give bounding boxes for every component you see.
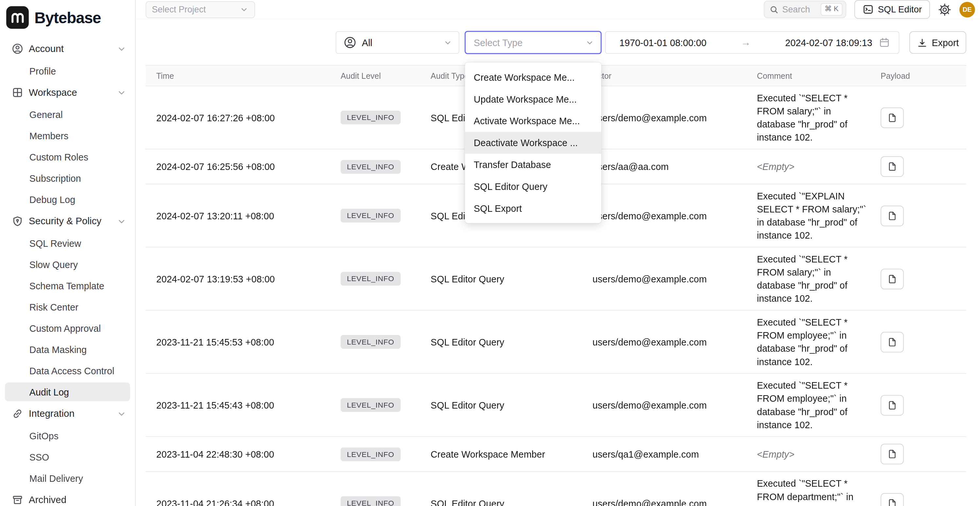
download-icon	[917, 37, 928, 48]
sidebar-item-sso[interactable]: SSO	[5, 447, 130, 466]
menu-item-sql-export[interactable]: SQL Export	[465, 197, 601, 220]
cell-actor: users/qa1@example.com	[593, 449, 757, 460]
menu-item-create-workspace-member[interactable]: Create Workspace Me...	[465, 66, 601, 88]
sidebar-section-label: Archived	[29, 494, 66, 505]
avatar[interactable]: DE	[959, 2, 975, 18]
table-row: 2024-02-07 13:19:53 +08:00 LEVEL_INFO SQ…	[145, 247, 966, 310]
sidebar-nav: Account Profile Workspace General Member…	[5, 38, 130, 506]
search-input[interactable]: Search ⌘ K	[764, 1, 846, 18]
cell-audit-type: SQL Editor Query	[431, 274, 592, 284]
cell-comment: <Empty>	[757, 160, 877, 173]
sidebar-item-data-access-control[interactable]: Data Access Control	[5, 361, 130, 380]
cell-comment: <Empty>	[757, 447, 877, 461]
link-icon	[12, 408, 23, 419]
audit-level-badge: LEVEL_INFO	[340, 160, 401, 173]
column-header-time: Time	[145, 71, 340, 80]
cell-audit-type: Create Workspace Member	[431, 449, 592, 460]
menu-item-activate-workspace-member[interactable]: Activate Workspace Me...	[465, 110, 601, 132]
cell-time: 2024-02-07 13:19:53 +08:00	[145, 274, 340, 284]
export-label: Export	[932, 37, 959, 48]
sidebar-item-profile[interactable]: Profile	[5, 61, 130, 80]
topbar: Select Project Search ⌘ K SQL Editor DE	[136, 0, 980, 19]
sidebar-item-custom-roles[interactable]: Custom Roles	[5, 147, 130, 166]
payload-view-button[interactable]	[881, 107, 904, 128]
sidebar-item-audit-log[interactable]: Audit Log	[5, 382, 130, 401]
cell-actor: users/demo@example.com	[593, 337, 757, 347]
cell-audit-type: SQL Editor Query	[431, 400, 592, 411]
actor-filter-value: All	[362, 37, 372, 48]
actor-filter-select[interactable]: All	[336, 31, 460, 54]
audit-level-badge: LEVEL_INFO	[340, 335, 401, 349]
sidebar-item-mail-delivery[interactable]: Mail Delivery	[5, 469, 130, 487]
table-row: 2023-11-04 22:48:30 +08:00 LEVEL_INFO Cr…	[145, 437, 966, 472]
payload-view-button[interactable]	[881, 156, 904, 177]
sql-editor-button[interactable]: SQL Editor	[854, 0, 930, 19]
payload-view-button[interactable]	[881, 205, 904, 226]
sidebar-section-workspace[interactable]: Workspace	[5, 83, 130, 102]
sidebar-section-account[interactable]: Account	[5, 39, 130, 59]
menu-item-transfer-database[interactable]: Transfer Database	[465, 154, 601, 175]
calendar-icon	[879, 37, 890, 48]
sidebar-item-gitops[interactable]: GitOps	[5, 426, 130, 445]
menu-item-update-workspace-member[interactable]: Update Workspace Me...	[465, 88, 601, 110]
sidebar-item-data-masking[interactable]: Data Masking	[5, 340, 130, 359]
app-window: Bytebase Account Profile Workspace Gener…	[0, 0, 980, 506]
cell-time: 2023-11-04 21:26:34 +08:00	[145, 498, 340, 506]
bytebase-logo-icon	[6, 6, 29, 29]
cell-actor: users/aa@aa.com	[593, 161, 757, 172]
date-from-value: 1970-01-01 08:00:00	[619, 37, 706, 48]
cell-actor: users/demo@example.com	[593, 210, 757, 221]
sidebar-item-members[interactable]: Members	[5, 126, 130, 145]
payload-view-button[interactable]	[881, 395, 904, 415]
type-filter-placeholder: Select Type	[474, 37, 522, 48]
chevron-down-icon	[585, 38, 595, 48]
sidebar-item-sql-review[interactable]: SQL Review	[5, 234, 130, 252]
date-range-picker[interactable]: 1970-01-01 08:00:00 → 2024-02-07 18:09:1…	[605, 31, 900, 54]
sidebar-item-debug-log[interactable]: Debug Log	[5, 190, 130, 208]
sidebar-item-risk-center[interactable]: Risk Center	[5, 298, 130, 316]
brand[interactable]: Bytebase	[5, 3, 130, 31]
sidebar-item-custom-approval[interactable]: Custom Approval	[5, 319, 130, 337]
column-header-comment: Comment	[757, 71, 877, 80]
audit-level-badge: LEVEL_INFO	[340, 398, 401, 412]
settings-gear-icon[interactable]	[938, 3, 951, 16]
grid-icon	[12, 87, 23, 98]
column-header-actor: Actor	[593, 71, 757, 80]
payload-view-button[interactable]	[881, 493, 904, 506]
chevron-down-icon	[239, 5, 249, 14]
search-shortcut-kbd: ⌘ K	[821, 3, 842, 15]
date-to-value: 2024-02-07 18:09:13	[785, 37, 872, 48]
menu-item-deactivate-workspace-member[interactable]: Deactivate Workspace ...	[465, 132, 601, 154]
export-button[interactable]: Export	[909, 31, 966, 54]
cell-actor: users/demo@example.com	[593, 498, 757, 506]
chevron-down-icon	[117, 88, 127, 97]
cell-time: 2024-02-07 16:25:56 +08:00	[145, 161, 340, 172]
payload-view-button[interactable]	[881, 444, 904, 465]
sidebar-section-label: Workspace	[29, 87, 77, 98]
project-select[interactable]: Select Project	[145, 1, 255, 18]
chevron-down-icon	[117, 409, 127, 418]
cell-time: 2024-02-07 16:27:26 +08:00	[145, 112, 340, 123]
filter-bar: All Select Type 1970-01-01 08:00:00 → 20…	[136, 19, 980, 54]
payload-view-button[interactable]	[881, 331, 904, 352]
project-select-placeholder: Select Project	[152, 4, 206, 14]
sidebar-section-archived[interactable]: Archived	[5, 490, 130, 506]
sidebar-section-integration[interactable]: Integration	[5, 404, 130, 423]
sidebar-item-slow-query[interactable]: Slow Query	[5, 255, 130, 274]
menu-item-sql-editor-query[interactable]: SQL Editor Query	[465, 175, 601, 197]
type-dropdown-menu: Create Workspace Me... Update Workspace …	[465, 62, 601, 223]
cell-time: 2023-11-21 15:45:53 +08:00	[145, 337, 340, 347]
chevron-down-icon	[117, 217, 127, 226]
sidebar-item-general[interactable]: General	[5, 105, 130, 124]
column-header-audit-level: Audit Level	[340, 71, 431, 80]
chevron-down-icon	[443, 38, 453, 48]
cell-comment: Executed `"SELECT * FROM department;"` i…	[757, 477, 877, 506]
sidebar-section-label: Security & Policy	[29, 216, 101, 227]
sidebar-item-subscription[interactable]: Subscription	[5, 169, 130, 187]
cell-comment: Executed `"SELECT * FROM employee;"` in …	[757, 316, 877, 368]
cell-audit-type: SQL Editor Query	[431, 498, 592, 506]
type-filter-select[interactable]: Select Type	[465, 31, 601, 54]
payload-view-button[interactable]	[881, 268, 904, 289]
sidebar-item-schema-template[interactable]: Schema Template	[5, 276, 130, 295]
sidebar-section-security-policy[interactable]: Security & Policy	[5, 211, 130, 231]
